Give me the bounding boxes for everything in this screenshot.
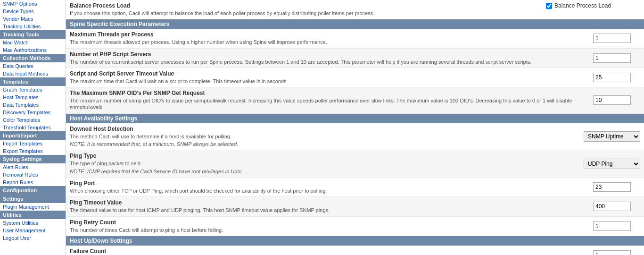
sidebar-item-graph-templates[interactable]: Graph Templates xyxy=(0,86,66,94)
ping-timeout-desc: The timeout value to use for host ICMP a… xyxy=(70,207,588,213)
balance-process-title: Balance Process Load xyxy=(70,2,541,9)
sidebar-link-color-templates[interactable]: Color Templates xyxy=(3,117,40,123)
sidebar-item-report-rules[interactable]: Report Rules xyxy=(0,178,66,186)
php-script-servers-input[interactable] xyxy=(593,53,631,63)
script-timeout-desc: The maximum time that Cacti will wait on… xyxy=(70,78,588,85)
sidebar-link-data-queries[interactable]: Data Queries xyxy=(3,63,33,69)
spine-settings: Maximum Threads per ProcessThe maximum t… xyxy=(66,29,644,113)
sidebar-link-removal-rules[interactable]: Removal Rules xyxy=(3,172,38,178)
ping-port-label: Ping PortWhen choosing either TCP or UDP… xyxy=(70,180,593,194)
sidebar-link-tracking-utilities[interactable]: Tracking Utilities xyxy=(3,24,41,29)
ping-timeout-input[interactable] xyxy=(593,202,631,211)
sidebar-item-discovery-templates[interactable]: Discovery Templates xyxy=(0,109,66,116)
ping-retry-label: Ping Retry CountThe number of times Cact… xyxy=(70,219,593,233)
ping-retry-desc: The number of times Cacti will attempt t… xyxy=(70,227,588,233)
main-content: Balance Process Load If you choose this … xyxy=(66,0,644,255)
ping-type-row: Ping TypeThe type of ping packet to sent… xyxy=(66,150,644,178)
sidebar-section-configuration: Configuration xyxy=(0,186,66,195)
sidebar-item-data-queries[interactable]: Data Queries xyxy=(0,62,66,70)
ping-port-control xyxy=(593,182,640,192)
snmp-oids-input[interactable] xyxy=(593,95,631,105)
failure-count-title: Failure Count xyxy=(70,248,588,255)
host-updown-section-header: Host Up/Down Settings xyxy=(66,236,644,246)
snmp-oids-row: The Maximum SNMP OID's Per SNMP Get Requ… xyxy=(66,87,644,114)
sidebar-item-data-input-methods[interactable]: Data Input Methods xyxy=(0,70,66,77)
script-timeout-label: Script and Script Server Timeout ValueTh… xyxy=(70,70,593,85)
sidebar-link-data-input-methods[interactable]: Data Input Methods xyxy=(3,71,48,76)
script-timeout-row: Script and Script Server Timeout ValueTh… xyxy=(66,68,644,87)
failure-count-input[interactable] xyxy=(593,250,631,255)
sidebar-link-device-types[interactable]: Device Types xyxy=(3,8,34,14)
snmp-oids-label: The Maximum SNMP OID's Per SNMP Get Requ… xyxy=(70,90,593,111)
sidebar-item-mac-watch[interactable]: Mac Watch xyxy=(0,39,66,46)
spine-section-header: Spine Specific Execution Parameters xyxy=(66,19,644,29)
sidebar-link-mac-authorizations[interactable]: Mac Authorizations xyxy=(3,47,47,53)
balance-process-checkbox[interactable] xyxy=(546,3,552,9)
max-threads-desc: The maximum threads allowed per process.… xyxy=(70,39,588,45)
failure-count-label: Failure CountThe number of polling inter… xyxy=(70,248,593,255)
php-script-servers-control xyxy=(593,53,640,63)
sidebar-item-vendor-macs[interactable]: Vendor Macs xyxy=(0,15,66,23)
sidebar-item-host-templates[interactable]: Host Templates xyxy=(0,94,66,101)
sidebar-item-mac-authorizations[interactable]: Mac Authorizations xyxy=(0,46,66,54)
ping-type-label: Ping TypeThe type of ping packet to sent… xyxy=(70,153,584,175)
sidebar-section-templates: Templates xyxy=(0,77,66,86)
ping-retry-title: Ping Retry Count xyxy=(70,219,588,226)
ping-type-desc2: NOTE: ICMP requires that the Cacti Servi… xyxy=(70,168,579,175)
php-script-servers-label: Number of PHP Script ServersThe number o… xyxy=(70,51,593,65)
sidebar-link-vendor-macs[interactable]: Vendor Macs xyxy=(3,16,33,22)
sidebar-link-report-rules[interactable]: Report Rules xyxy=(3,179,33,185)
sidebar-item-snmp-options[interactable]: SNMP Options xyxy=(0,0,66,8)
ping-port-input[interactable] xyxy=(593,182,631,192)
sidebar-link-mac-watch[interactable]: Mac Watch xyxy=(3,40,29,45)
sidebar-item-system-utilities[interactable]: System Utilities xyxy=(0,219,66,227)
ping-port-row: Ping PortWhen choosing either TCP or UDP… xyxy=(66,178,644,197)
sidebar-item-logout-user[interactable]: Logout User xyxy=(0,234,66,242)
sidebar-item-export-templates[interactable]: Export Templates xyxy=(0,147,66,155)
php-script-servers-row: Number of PHP Script ServersThe number o… xyxy=(66,49,644,68)
sidebar-link-alert-rules[interactable]: Alert Rules xyxy=(3,164,28,170)
sidebar-link-logout-user[interactable]: Logout User xyxy=(3,235,31,241)
sidebar-link-user-management[interactable]: User Management xyxy=(3,228,46,233)
script-timeout-input[interactable] xyxy=(593,73,631,82)
sidebar-link-system-utilities[interactable]: System Utilities xyxy=(3,220,38,226)
host-availability-section-header: Host Availability Settings xyxy=(66,114,644,123)
sidebar-link-discovery-templates[interactable]: Discovery Templates xyxy=(3,110,50,115)
ping-retry-input[interactable] xyxy=(593,221,631,231)
sidebar-link-graph-templates[interactable]: Graph Templates xyxy=(3,87,42,93)
sidebar-link-threshold-templates[interactable]: Threshold Templates xyxy=(3,125,51,130)
sidebar-item-alert-rules[interactable]: Alert Rules xyxy=(0,163,66,171)
sidebar-item-color-templates[interactable]: Color Templates xyxy=(0,116,66,124)
sidebar-link-plugin-management[interactable]: Plugin Management xyxy=(3,204,49,210)
ping-type-control: UDP PingTCP PingICMP Ping xyxy=(584,159,640,169)
sidebar-item-import-templates[interactable]: Import Templates xyxy=(0,140,66,147)
sidebar-section-import/export: Import/Export xyxy=(0,131,66,140)
sidebar-link-snmp-options[interactable]: SNMP Options xyxy=(3,1,37,7)
sidebar-item-user-management[interactable]: User Management xyxy=(0,227,66,234)
sidebar-item-threshold-templates[interactable]: Threshold Templates xyxy=(0,124,66,131)
sidebar-item-data-templates[interactable]: Data Templates xyxy=(0,101,66,109)
downed-host-row: Downed Host DetectionThe method Cacti wi… xyxy=(66,123,644,151)
snmp-oids-title: The Maximum SNMP OID's Per SNMP Get Requ… xyxy=(70,90,588,96)
sidebar-item-plugin-management[interactable]: Plugin Management xyxy=(0,203,66,211)
downed-host-title: Downed Host Detection xyxy=(70,126,579,132)
sidebar-link-import-templates[interactable]: Import Templates xyxy=(3,141,42,146)
sidebar-link-data-templates[interactable]: Data Templates xyxy=(3,102,39,108)
sidebar-item-tracking-utilities[interactable]: Tracking Utilities xyxy=(0,23,66,30)
sidebar-link-host-templates[interactable]: Host Templates xyxy=(3,94,39,100)
script-timeout-control xyxy=(593,73,640,82)
sidebar: SNMP OptionsDevice TypesVendor MacsTrack… xyxy=(0,0,66,255)
ping-type-select[interactable]: UDP PingTCP PingICMP Ping xyxy=(584,159,640,169)
sidebar-link-export-templates[interactable]: Export Templates xyxy=(3,148,43,154)
downed-host-select[interactable]: SNMP UptimePingPing and SNMPNone xyxy=(584,131,640,142)
max-threads-input[interactable] xyxy=(593,34,631,43)
sidebar-item-device-types[interactable]: Device Types xyxy=(0,8,66,15)
ping-retry-row: Ping Retry CountThe number of times Cact… xyxy=(66,217,644,236)
ping-port-desc: When choosing either TCP or UDP Ping, wh… xyxy=(70,187,588,194)
downed-host-label: Downed Host DetectionThe method Cacti wi… xyxy=(70,126,584,148)
php-script-servers-title: Number of PHP Script Servers xyxy=(70,51,588,58)
sidebar-item-removal-rules[interactable]: Removal Rules xyxy=(0,171,66,178)
balance-process-checkbox-label: Balance Process Load xyxy=(554,2,611,9)
sidebar-section-tracking-tools: Tracking Tools xyxy=(0,30,66,39)
host-settings: Downed Host DetectionThe method Cacti wi… xyxy=(66,123,644,236)
